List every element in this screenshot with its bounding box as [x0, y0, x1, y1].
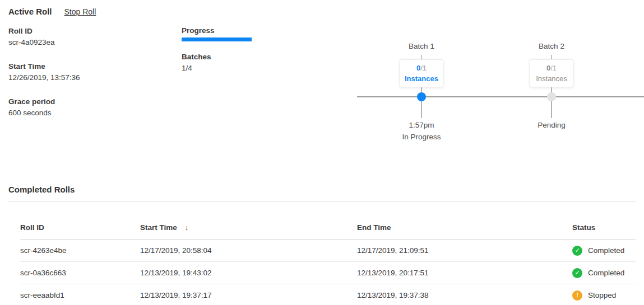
status-badge: ✓ Completed: [572, 246, 636, 256]
batch-1-instances-card[interactable]: 0/1 Instances: [400, 59, 443, 87]
completed-rolls-title: Completed Rolls: [8, 185, 75, 194]
batch-1-timeline-dot: [417, 92, 426, 101]
batch-1-total: /1: [420, 64, 427, 72]
cell-start-time: 12/13/2019, 19:37:17: [140, 284, 357, 305]
batch-2-name: Batch 2: [515, 41, 588, 51]
column-header-status[interactable]: Status: [572, 202, 636, 240]
roll-dashboard: Active Roll Stop Roll Roll ID scr-4a0923…: [0, 0, 644, 305]
status-label: Completed: [588, 269, 624, 277]
check-circle-icon: ✓: [572, 246, 582, 256]
cell-start-time: 12/13/2019, 19:43:02: [140, 262, 357, 284]
status-label: Completed: [588, 246, 624, 255]
column-header-end-time[interactable]: End Time: [357, 202, 572, 240]
sort-descending-icon[interactable]: ↓: [185, 223, 189, 232]
timeline-batch-1: Batch 1 0/1 Instances 1:57pm In Progress: [385, 41, 458, 141]
timeline-batch-2: Batch 2 0/1 Instances Pending: [515, 41, 588, 133]
column-header-start-time[interactable]: Start Time↓: [140, 202, 357, 240]
batch-2-tick: [551, 55, 552, 59]
batch-1-name: Batch 1: [385, 41, 458, 51]
cell-roll-id: scr-4263e4be: [20, 240, 140, 262]
cell-status: ✓ Completed: [572, 262, 636, 284]
status-badge: ! Stopped: [572, 290, 636, 301]
cell-roll-id: scr-0a36c663: [20, 262, 140, 284]
cell-roll-id: scr-eeaabfd1: [20, 284, 140, 305]
cell-status: ! Stopped: [572, 284, 636, 305]
cell-status: ✓ Completed: [572, 240, 636, 262]
status-label: Stopped: [588, 291, 616, 299]
table-row[interactable]: scr-4263e4be 12/17/2019, 20:58:04 12/17/…: [20, 240, 636, 262]
batch-2-status: Pending: [515, 121, 588, 129]
batch-2-instances-label: Instances: [530, 73, 573, 84]
batch-1-tick: [421, 55, 422, 59]
cell-end-time: 12/13/2019, 19:37:38: [357, 284, 572, 305]
column-header-roll-id[interactable]: Roll ID: [20, 202, 140, 240]
batch-2-instances-card[interactable]: 0/1 Instances: [530, 59, 573, 87]
batch-2-timeline-dot: [547, 92, 556, 101]
table-row[interactable]: scr-0a36c663 12/13/2019, 19:43:02 12/13/…: [20, 262, 636, 284]
table-row[interactable]: scr-eeaabfd1 12/13/2019, 19:37:17 12/13/…: [20, 284, 636, 305]
check-circle-icon: ✓: [572, 268, 582, 278]
batch-1-instances-label: Instances: [400, 73, 443, 84]
exclamation-circle-icon: !: [572, 290, 582, 301]
status-badge: ✓ Completed: [572, 268, 636, 278]
batch-1-instance-count: 0/1: [400, 63, 443, 73]
table-header-row: Roll ID Start Time↓ End Time Status: [20, 202, 636, 240]
cell-end-time: 12/13/2019, 20:17:51: [357, 262, 572, 284]
batch-timeline: Batch 1 0/1 Instances 1:57pm In Progress…: [0, 0, 644, 168]
batch-2-total: /1: [550, 64, 557, 72]
cell-end-time: 12/17/2019, 21:09:51: [357, 240, 572, 262]
completed-rolls-table: Roll ID Start Time↓ End Time Status scr-…: [20, 202, 636, 305]
batch-1-time: 1:57pm: [385, 121, 458, 129]
cell-start-time: 12/17/2019, 20:58:04: [140, 240, 357, 262]
start-time-header-label: Start Time: [140, 223, 177, 232]
batch-1-status: In Progress: [385, 133, 458, 141]
batch-2-instance-count: 0/1: [530, 63, 573, 73]
